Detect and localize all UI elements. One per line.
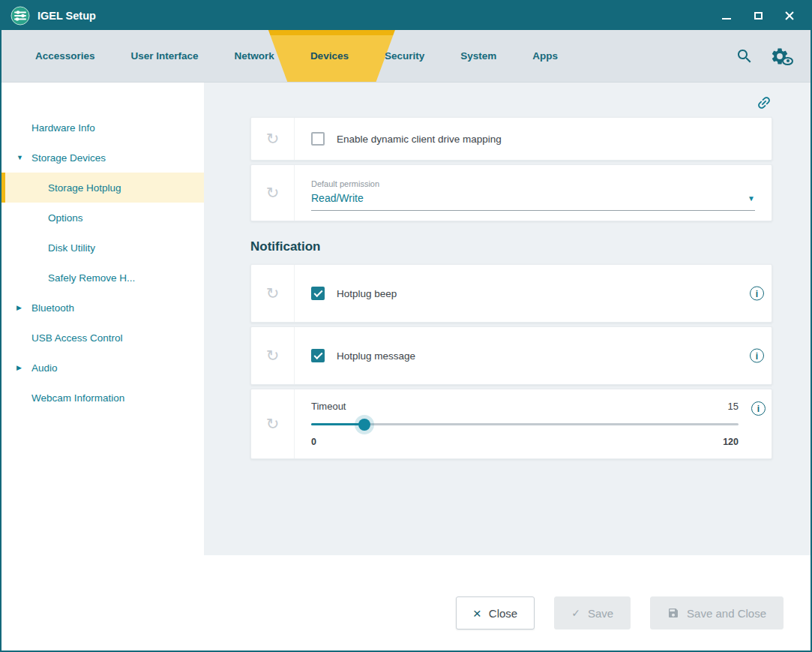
save-button[interactable]: ✓ Save	[554, 596, 631, 629]
link-row	[250, 89, 772, 117]
window-title: IGEL Setup	[37, 10, 96, 22]
default-permission-select[interactable]: Default permission Read/Write ▼	[311, 175, 755, 211]
tab-system[interactable]: System	[460, 30, 496, 82]
sidebar-item-label: Disk Utility	[48, 242, 95, 254]
close-x-icon: ×	[473, 606, 481, 620]
tab-security[interactable]: Security	[385, 30, 424, 82]
drive-mapping-checkbox[interactable]	[311, 132, 325, 146]
save-and-close-button[interactable]: Save and Close	[650, 596, 784, 629]
sidebar-item-usb-access-control[interactable]: USB Access Control	[1, 323, 204, 353]
timeout-slider[interactable]	[311, 423, 739, 425]
hotplug-beep-card: ↻ Hotplug beep i	[250, 264, 772, 323]
window-controls	[721, 10, 802, 22]
sidebar-item-hardware-info[interactable]: Hardware Info	[1, 113, 204, 143]
eye-icon	[782, 57, 793, 65]
timeout-card: ↻ Timeout 15 0 120 i	[250, 389, 772, 459]
close-window-button[interactable]	[784, 10, 796, 22]
hotplug-beep-row: Hotplug beep i	[295, 265, 772, 322]
footer-button-bar: × Close ✓ Save Save and Close	[1, 555, 811, 650]
tab-label: Apps	[532, 50, 558, 62]
save-button-label: Save	[588, 607, 613, 620]
hotplug-message-card: ↻ Hotplug message i	[250, 326, 772, 385]
timeout-value: 15	[728, 401, 739, 412]
sidebar-item-options[interactable]: Options	[1, 203, 204, 233]
sidebar-item-safely-remove[interactable]: Safely Remove H...	[1, 263, 204, 293]
tab-label: Security	[385, 50, 424, 62]
hotplug-message-row: Hotplug message i	[295, 327, 772, 384]
reset-icon[interactable]: ↻	[251, 118, 295, 160]
timeout-label: Timeout	[311, 401, 346, 412]
sidebar-item-label: Hardware Info	[31, 122, 95, 134]
tab-label: Network	[235, 50, 274, 62]
titlebar: IGEL Setup	[1, 2, 811, 30]
save-and-close-button-label: Save and Close	[687, 607, 766, 620]
setup-assistant-gear-eye-icon[interactable]	[770, 47, 790, 66]
floppy-disk-icon	[667, 607, 679, 619]
reset-icon[interactable]: ↻	[251, 389, 295, 458]
sidebar-item-storage-devices[interactable]: ▼ Storage Devices	[1, 143, 204, 173]
tab-label: Devices	[310, 50, 349, 62]
tab-devices[interactable]: Devices	[310, 30, 349, 82]
reset-icon[interactable]: ↻	[251, 165, 295, 221]
sidebar-item-label: Bluetooth	[31, 302, 74, 314]
igel-app-icon	[10, 6, 30, 26]
timeout-min-label: 0	[311, 437, 316, 447]
tab-network[interactable]: Network	[235, 30, 274, 82]
tab-accessories[interactable]: Accessories	[35, 30, 95, 82]
info-icon[interactable]: i	[750, 349, 764, 363]
expand-arrow-icon[interactable]: ▼	[16, 154, 23, 161]
notification-section-heading: Notification	[250, 239, 772, 254]
sidebar-item-label: Safely Remove H...	[48, 272, 135, 284]
tab-apps[interactable]: Apps	[532, 30, 558, 82]
tabbar: Accessories User Interface Network Devic…	[1, 30, 811, 83]
sidebar-item-audio[interactable]: ▶ Audio	[1, 353, 204, 383]
igel-setup-window: IGEL Setup Accessories User Interface Ne…	[0, 0, 812, 652]
close-button[interactable]: × Close	[456, 596, 535, 629]
check-icon: ✓	[571, 607, 580, 619]
reset-icon[interactable]: ↻	[251, 327, 295, 384]
drive-mapping-label: Enable dynamic client drive mapping	[337, 134, 502, 145]
sidebar-item-bluetooth[interactable]: ▶ Bluetooth	[1, 293, 204, 323]
close-icon	[784, 11, 795, 21]
search-icon[interactable]	[736, 47, 754, 65]
maximize-icon	[754, 12, 763, 20]
default-permission-row: Default permission Read/Write ▼	[295, 165, 772, 221]
timeout-row: Timeout 15 0 120 i	[295, 389, 772, 458]
minimize-icon	[722, 18, 731, 20]
collapse-arrow-icon[interactable]: ▶	[16, 304, 22, 311]
timeout-slider-thumb[interactable]	[358, 419, 370, 431]
main-row: Hardware Info ▼ Storage Devices Storage …	[1, 83, 811, 555]
sidebar-item-label: Audio	[31, 362, 58, 374]
link-icon[interactable]	[752, 91, 775, 114]
collapse-arrow-icon[interactable]: ▶	[16, 364, 22, 371]
info-icon[interactable]: i	[751, 401, 766, 416]
reset-icon[interactable]: ↻	[251, 265, 295, 322]
tab-label: User Interface	[131, 50, 199, 62]
sidebar-item-label: Storage Devices	[31, 152, 106, 164]
hotplug-message-label: Hotplug message	[337, 350, 415, 362]
close-button-label: Close	[489, 607, 517, 620]
minimize-button[interactable]	[721, 10, 733, 22]
sidebar-item-disk-utility[interactable]: Disk Utility	[1, 233, 204, 263]
tab-label: Accessories	[35, 50, 95, 62]
sidebar-item-webcam-information[interactable]: Webcam Information	[1, 383, 204, 413]
hotplug-beep-checkbox[interactable]	[311, 287, 325, 300]
default-permission-label: Default permission	[311, 179, 755, 188]
sidebar-navigation: Hardware Info ▼ Storage Devices Storage …	[1, 83, 204, 555]
maximize-button[interactable]	[752, 10, 764, 22]
sidebar-item-label: Options	[48, 212, 83, 224]
default-permission-card: ↻ Default permission Read/Write ▼	[250, 164, 772, 221]
drive-mapping-card: ↻ Enable dynamic client drive mapping	[250, 117, 772, 161]
sidebar-item-label: USB Access Control	[31, 332, 123, 344]
tab-user-interface[interactable]: User Interface	[131, 30, 199, 82]
timeout-max-label: 120	[723, 437, 739, 447]
sidebar-item-label: Storage Hotplug	[48, 182, 121, 194]
hotplug-message-checkbox[interactable]	[311, 349, 325, 362]
drive-mapping-row: Enable dynamic client drive mapping	[295, 118, 772, 160]
tabbar-icons	[736, 30, 790, 82]
sidebar-item-storage-hotplug[interactable]: Storage Hotplug	[1, 173, 204, 203]
info-icon[interactable]: i	[750, 287, 764, 301]
timeout-slider-fill	[311, 423, 364, 425]
default-permission-value: Read/Write	[311, 192, 364, 204]
settings-content-panel: ↻ Enable dynamic client drive mapping ↻ …	[204, 83, 811, 555]
